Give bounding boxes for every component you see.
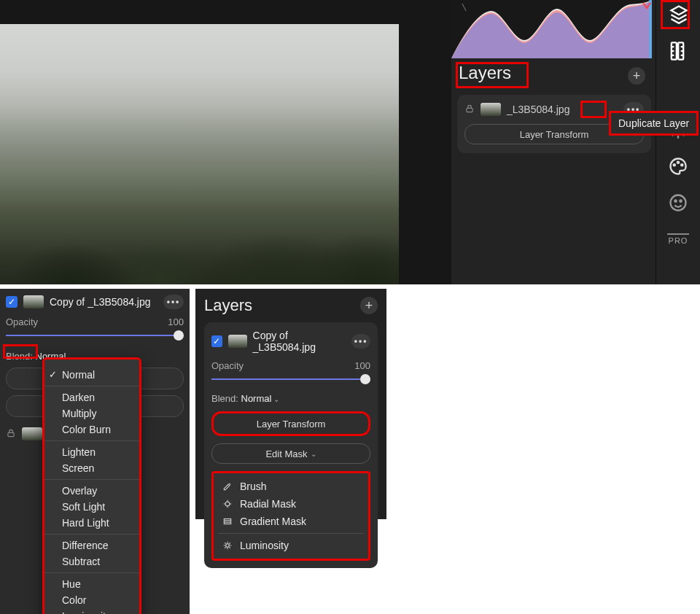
brush-icon bbox=[221, 481, 234, 491]
blend-option-lighten[interactable]: Lighten bbox=[44, 444, 139, 460]
tool-rail: PRO bbox=[656, 0, 700, 284]
blend-option-overlay[interactable]: Overlay bbox=[44, 483, 139, 499]
svg-point-25 bbox=[680, 201, 681, 202]
mask-type-list: Brush Radial Mask Gradient Mask Luminosi… bbox=[211, 471, 370, 561]
svg-line-43 bbox=[225, 547, 225, 548]
layer-thumbnail bbox=[481, 103, 501, 116]
mask-option-gradient[interactable]: Gradient Mask bbox=[217, 513, 365, 530]
layer-card: ✓ Copy of _L3B5084.jpg ••• Opacity 100 B… bbox=[204, 322, 378, 568]
svg-rect-32 bbox=[224, 519, 230, 524]
lock-icon bbox=[6, 428, 16, 440]
blend-option-screen[interactable]: Screen bbox=[44, 460, 139, 476]
blend-option-darken[interactable]: Darken bbox=[44, 389, 139, 405]
add-layer-button[interactable]: + bbox=[360, 297, 378, 314]
layer-options-button[interactable]: ••• bbox=[163, 295, 184, 309]
blend-label: Blend: bbox=[211, 393, 238, 404]
svg-line-41 bbox=[229, 547, 230, 548]
layers-panel-title: Layers bbox=[204, 296, 252, 315]
blend-mode-menu[interactable]: NormalDarkenMultiplyColor BurnLightenScr… bbox=[42, 357, 141, 614]
svg-point-21 bbox=[677, 162, 679, 163]
opacity-value: 100 bbox=[354, 360, 370, 371]
blend-option-color-burn[interactable]: Color Burn bbox=[44, 421, 139, 438]
layer-transform-button[interactable]: Layer Transform bbox=[211, 411, 370, 436]
blend-option-soft-light[interactable]: Soft Light bbox=[44, 499, 139, 515]
blend-option-normal[interactable]: Normal bbox=[44, 367, 139, 383]
add-layer-button[interactable]: + bbox=[628, 67, 645, 85]
layer-thumbnail bbox=[23, 295, 44, 308]
histogram bbox=[451, 0, 652, 58]
palette-icon[interactable] bbox=[667, 155, 689, 177]
luminosity-icon bbox=[221, 540, 234, 551]
highlight-box-blend-label bbox=[3, 344, 38, 359]
blend-option-difference[interactable]: Difference bbox=[44, 537, 139, 553]
opacity-value: 100 bbox=[168, 316, 184, 327]
svg-line-42 bbox=[229, 543, 230, 543]
blend-option-hue[interactable]: Hue bbox=[44, 576, 139, 592]
svg-line-40 bbox=[225, 543, 225, 543]
mask-panel: Layers + ✓ Copy of _L3B5084.jpg ••• Opac… bbox=[195, 289, 386, 519]
svg-point-35 bbox=[226, 544, 230, 548]
opacity-label: Opacity bbox=[211, 360, 244, 371]
layer-options-button[interactable]: ••• bbox=[351, 334, 370, 349]
blend-mode-dropdown[interactable]: Normal⌄ bbox=[241, 393, 280, 404]
adjustments-icon[interactable] bbox=[666, 40, 688, 62]
opacity-slider[interactable] bbox=[211, 374, 370, 384]
layer-visible-checkbox[interactable]: ✓ bbox=[6, 296, 18, 308]
svg-point-24 bbox=[674, 201, 676, 202]
pro-badge: PRO bbox=[667, 228, 689, 250]
svg-point-20 bbox=[674, 164, 675, 166]
layer-name: Copy of _L3B5084.jpg bbox=[50, 296, 151, 308]
mask-option-luminosity[interactable]: Luminosity bbox=[217, 537, 365, 554]
edit-mask-button[interactable]: Edit Mask⌄ bbox=[211, 443, 370, 464]
lock-icon bbox=[464, 104, 475, 116]
layer-visible-checkbox[interactable]: ✓ bbox=[211, 335, 222, 347]
layer-thumbnail bbox=[228, 335, 247, 348]
blend-option-hard-light[interactable]: Hard Light bbox=[44, 515, 139, 531]
layer-thumbnail bbox=[22, 427, 42, 440]
svg-point-23 bbox=[671, 195, 686, 211]
highlight-box-layers-icon bbox=[661, 0, 690, 29]
layer-name: Copy of _L3B5084.jpg bbox=[253, 330, 346, 353]
canvas-image bbox=[0, 24, 399, 284]
layers-panel: Layers + _L3B5084.jpg ••• Layer Transfor… bbox=[451, 0, 656, 284]
highlight-box-layers-title bbox=[456, 62, 529, 88]
highlight-box-layer-options bbox=[580, 101, 607, 118]
blend-option-multiply[interactable]: Multiply bbox=[44, 405, 139, 421]
layer-name: _L3B5084.jpg bbox=[507, 104, 569, 115]
blend-option-color[interactable]: Color bbox=[44, 592, 139, 608]
gradient-icon bbox=[221, 516, 234, 526]
opacity-slider[interactable] bbox=[6, 330, 184, 341]
svg-point-22 bbox=[681, 164, 682, 166]
mask-option-radial[interactable]: Radial Mask bbox=[217, 495, 365, 513]
blend-option-subtract[interactable]: Subtract bbox=[44, 553, 139, 570]
opacity-label: Opacity bbox=[6, 316, 38, 327]
face-icon[interactable] bbox=[667, 192, 689, 214]
svg-point-27 bbox=[225, 502, 230, 506]
blend-option-luminosity[interactable]: Luminosity bbox=[44, 608, 139, 614]
radial-icon bbox=[221, 499, 234, 509]
mask-option-brush[interactable]: Brush bbox=[217, 478, 365, 495]
top-screenshot: Layers + _L3B5084.jpg ••• Layer Transfor… bbox=[0, 0, 700, 284]
svg-rect-1 bbox=[467, 108, 472, 112]
duplicate-layer-tooltip[interactable]: Duplicate Layer bbox=[609, 111, 699, 136]
svg-rect-26 bbox=[8, 432, 14, 436]
